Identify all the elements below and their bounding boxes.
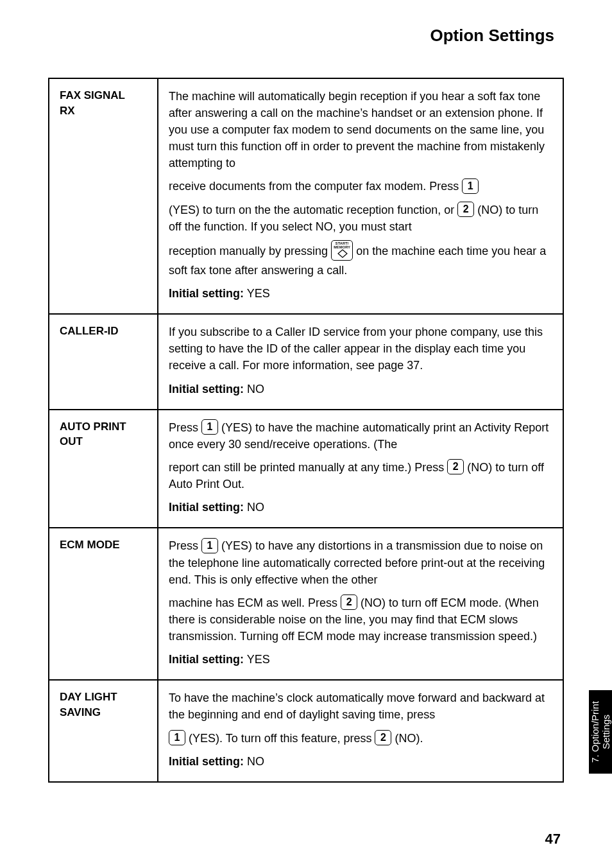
- keypad-1-icon: 1: [169, 730, 185, 745]
- side-tab: 7. Option/Print Settings: [589, 690, 612, 774]
- value: YES: [244, 287, 270, 300]
- label: Initial setting:: [169, 755, 244, 768]
- keypad-2-icon: 2: [375, 730, 391, 745]
- initial-setting: Initial setting: NO: [169, 499, 552, 516]
- text: Press: [169, 421, 201, 434]
- text: (YES). To turn off this feature, press: [185, 732, 375, 745]
- paragraph: reception manually by pressing START/ ME…: [169, 241, 552, 279]
- keypad-2-icon: 2: [457, 202, 474, 217]
- table-row: DAY LIGHT SAVING To have the machine’s c…: [49, 680, 563, 782]
- row-content: The machine will automatically begin rec…: [158, 78, 563, 314]
- row-content: Press 1 (YES) to have the machine automa…: [158, 410, 563, 528]
- sidetab-line: Settings: [600, 715, 611, 749]
- text: Press: [169, 539, 201, 552]
- table-row: CALLER-ID If you subscribe to a Caller I…: [49, 314, 563, 409]
- text: (YES) to turn on the the automatic recep…: [169, 204, 457, 216]
- text: machine has ECM as well. Press: [169, 596, 341, 609]
- paragraph: The machine will automatically begin rec…: [169, 88, 552, 171]
- label-line: SAVING: [60, 706, 101, 718]
- diamond-icon: [337, 249, 348, 258]
- label-line: AUTO PRINT: [60, 421, 126, 433]
- row-label: FAX SIGNAL RX: [49, 78, 158, 314]
- table-row: FAX SIGNAL RX The machine will automatic…: [49, 78, 563, 314]
- row-label: DAY LIGHT SAVING: [49, 680, 158, 782]
- row-label: CALLER-ID: [49, 314, 158, 409]
- text: (NO).: [391, 732, 423, 745]
- row-label: AUTO PRINT OUT: [49, 410, 158, 528]
- options-table: FAX SIGNAL RX The machine will automatic…: [48, 78, 564, 783]
- paragraph: receive documents from the computer fax …: [169, 178, 552, 195]
- table-row: AUTO PRINT OUT Press 1 (YES) to have the…: [49, 410, 563, 528]
- paragraph: Press 1 (YES) to have the machine automa…: [169, 419, 552, 453]
- row-content: If you subscribe to a Caller ID service …: [158, 314, 563, 409]
- initial-setting: Initial setting: NO: [169, 381, 552, 397]
- label: Initial setting:: [169, 653, 244, 666]
- svg-marker-0: [338, 250, 347, 257]
- start-memory-key-icon: START/ MEMORY: [331, 240, 353, 261]
- keypad-2-icon: 2: [341, 595, 357, 610]
- text: reception manually by pressing: [169, 245, 331, 257]
- keypad-1-icon: 1: [201, 419, 218, 435]
- paragraph: Press 1 (YES) to have any distortions in…: [169, 537, 552, 587]
- value: NO: [244, 501, 264, 514]
- paragraph: 1 (YES). To turn off this feature, press…: [169, 730, 552, 747]
- initial-setting: Initial setting: NO: [169, 753, 552, 770]
- text: (YES) to have any distortions in a trans…: [169, 539, 545, 586]
- keypad-2-icon: 2: [447, 459, 464, 474]
- label-line: DAY LIGHT: [60, 691, 117, 703]
- paragraph: machine has ECM as well. Press 2 (NO) to…: [169, 595, 552, 645]
- value: YES: [244, 653, 270, 666]
- keypad-1-icon: 1: [462, 178, 479, 194]
- page-number: 47: [545, 831, 561, 847]
- paragraph: To have the machine’s clock automaticall…: [169, 690, 552, 723]
- text: report can still be printed manually at …: [169, 461, 447, 474]
- label-line: RX: [60, 105, 75, 117]
- label-line: FAX SIGNAL: [60, 89, 125, 101]
- value: NO: [244, 383, 264, 395]
- text: receive documents from the computer fax …: [169, 180, 462, 193]
- page-title: Option Settings: [48, 26, 554, 46]
- value: NO: [244, 755, 264, 768]
- text: (YES) to have the machine automatically …: [169, 421, 548, 451]
- paragraph: If you subscribe to a Caller ID service …: [169, 324, 552, 374]
- paragraph: (YES) to turn on the the automatic recep…: [169, 202, 552, 235]
- label-line: OUT: [60, 435, 83, 447]
- table-row: ECM MODE Press 1 (YES) to have any disto…: [49, 528, 563, 680]
- label: Initial setting:: [169, 383, 244, 395]
- initial-setting: Initial setting: YES: [169, 651, 552, 668]
- keypad-1-icon: 1: [201, 538, 218, 553]
- row-content: Press 1 (YES) to have any distortions in…: [158, 528, 563, 680]
- initial-setting: Initial setting: YES: [169, 285, 552, 302]
- paragraph: report can still be printed manually at …: [169, 459, 552, 492]
- label: Initial setting:: [169, 287, 244, 300]
- label: Initial setting:: [169, 501, 244, 514]
- row-content: To have the machine’s clock automaticall…: [158, 680, 563, 782]
- sidetab-line: 7. Option/Print: [590, 701, 600, 763]
- row-label: ECM MODE: [49, 528, 158, 680]
